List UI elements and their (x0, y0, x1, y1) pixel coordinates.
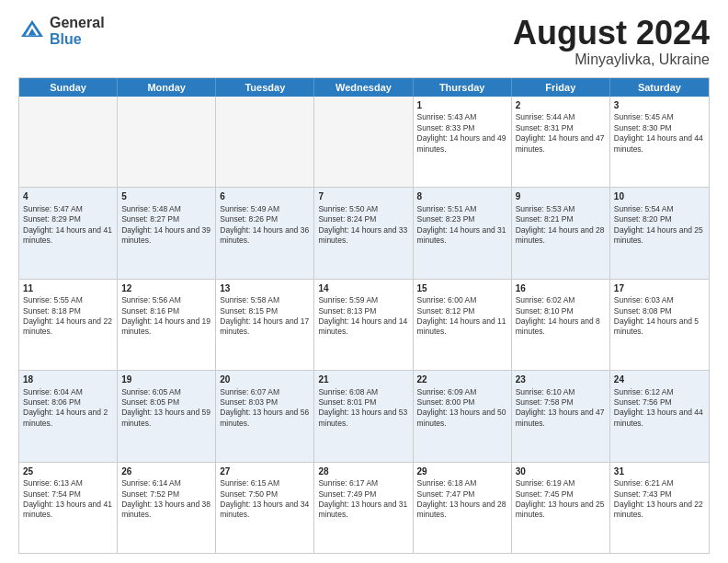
logo-general: General (50, 15, 105, 31)
sunrise-text: Sunrise: 6:15 AM (220, 478, 310, 488)
day-number: 2 (516, 99, 606, 112)
daylight-text: Daylight: 14 hours and 17 minutes. (220, 316, 310, 338)
sunset-text: Sunset: 7:56 PM (614, 397, 705, 408)
day-cell-5: 5Sunrise: 5:48 AMSunset: 8:27 PMDaylight… (118, 188, 216, 278)
title-block: August 2024 Minyaylivka, Ukraine (513, 15, 710, 68)
daylight-text: Daylight: 14 hours and 8 minutes. (516, 316, 606, 338)
daylight-text: Daylight: 14 hours and 25 minutes. (614, 225, 705, 247)
day-number: 6 (220, 190, 310, 203)
daylight-text: Daylight: 14 hours and 36 minutes. (220, 225, 310, 247)
sunrise-text: Sunrise: 6:04 AM (23, 387, 113, 397)
daylight-text: Daylight: 14 hours and 33 minutes. (318, 225, 408, 247)
day-number: 15 (417, 282, 507, 295)
sunset-text: Sunset: 8:31 PM (516, 123, 606, 133)
title-month: August 2024 (513, 15, 710, 52)
daylight-text: Daylight: 13 hours and 47 minutes. (516, 408, 606, 429)
sunset-text: Sunset: 7:58 PM (516, 397, 606, 408)
logo-text: General Blue (50, 15, 105, 47)
calendar-row-5: 25Sunrise: 6:13 AMSunset: 7:54 PMDayligh… (19, 462, 709, 553)
sunrise-text: Sunrise: 6:07 AM (220, 387, 310, 397)
sunrise-text: Sunrise: 5:55 AM (23, 295, 113, 305)
sunrise-text: Sunrise: 5:54 AM (614, 204, 705, 214)
calendar-header: SundayMondayTuesdayWednesdayThursdayFrid… (19, 78, 709, 97)
empty-cell (19, 97, 118, 187)
day-number: 11 (23, 282, 113, 295)
day-cell-16: 16Sunrise: 6:02 AMSunset: 8:10 PMDayligh… (512, 280, 610, 370)
sunset-text: Sunset: 8:30 PM (614, 123, 705, 133)
sunrise-text: Sunrise: 5:59 AM (318, 295, 408, 305)
day-number: 1 (417, 99, 507, 112)
sunset-text: Sunset: 8:24 PM (318, 214, 408, 224)
day-cell-8: 8Sunrise: 5:51 AMSunset: 8:23 PMDaylight… (414, 188, 512, 278)
day-number: 16 (516, 282, 606, 295)
day-number: 14 (318, 282, 408, 295)
day-header-thursday: Thursday (414, 78, 512, 97)
sunrise-text: Sunrise: 5:44 AM (516, 112, 606, 122)
sunset-text: Sunset: 7:50 PM (220, 489, 310, 500)
day-cell-28: 28Sunrise: 6:17 AMSunset: 7:49 PMDayligh… (314, 463, 413, 553)
title-location: Minyaylivka, Ukraine (513, 52, 710, 68)
page: General Blue August 2024 Minyaylivka, Uk… (0, 0, 728, 563)
daylight-text: Daylight: 13 hours and 28 minutes. (417, 500, 507, 521)
header: General Blue August 2024 Minyaylivka, Uk… (18, 15, 710, 68)
sunset-text: Sunset: 8:03 PM (220, 397, 310, 408)
sunset-text: Sunset: 8:33 PM (417, 123, 507, 133)
day-number: 28 (318, 465, 408, 478)
sunset-text: Sunset: 7:43 PM (614, 489, 705, 500)
day-number: 21 (318, 373, 408, 386)
logo-icon (18, 17, 46, 45)
empty-cell (118, 97, 216, 187)
sunset-text: Sunset: 8:15 PM (220, 306, 310, 316)
day-cell-19: 19Sunrise: 6:05 AMSunset: 8:05 PMDayligh… (118, 371, 216, 461)
daylight-text: Daylight: 14 hours and 47 minutes. (516, 133, 606, 155)
sunset-text: Sunset: 8:12 PM (417, 306, 507, 316)
daylight-text: Daylight: 14 hours and 41 minutes. (23, 225, 113, 247)
day-number: 24 (614, 373, 705, 386)
daylight-text: Daylight: 14 hours and 39 minutes. (121, 225, 211, 247)
sunset-text: Sunset: 8:29 PM (23, 214, 113, 224)
day-header-monday: Monday (118, 78, 216, 97)
sunrise-text: Sunrise: 6:13 AM (23, 478, 113, 488)
daylight-text: Daylight: 13 hours and 22 minutes. (614, 500, 705, 521)
day-cell-25: 25Sunrise: 6:13 AMSunset: 7:54 PMDayligh… (19, 463, 118, 553)
sunset-text: Sunset: 8:23 PM (417, 214, 507, 224)
daylight-text: Daylight: 13 hours and 44 minutes. (614, 408, 705, 429)
calendar-row-2: 4Sunrise: 5:47 AMSunset: 8:29 PMDaylight… (19, 187, 709, 278)
day-number: 22 (417, 373, 507, 386)
empty-cell (216, 97, 314, 187)
day-cell-13: 13Sunrise: 5:58 AMSunset: 8:15 PMDayligh… (216, 280, 314, 370)
day-number: 19 (121, 373, 211, 386)
daylight-text: Daylight: 13 hours and 31 minutes. (318, 500, 408, 521)
day-number: 8 (417, 190, 507, 203)
day-number: 5 (121, 190, 211, 203)
day-cell-1: 1Sunrise: 5:43 AMSunset: 8:33 PMDaylight… (414, 97, 512, 187)
daylight-text: Daylight: 14 hours and 19 minutes. (121, 316, 211, 338)
logo-blue: Blue (50, 31, 105, 48)
day-cell-9: 9Sunrise: 5:53 AMSunset: 8:21 PMDaylight… (512, 188, 610, 278)
day-cell-10: 10Sunrise: 5:54 AMSunset: 8:20 PMDayligh… (610, 188, 709, 278)
sunrise-text: Sunrise: 6:00 AM (417, 295, 507, 305)
sunrise-text: Sunrise: 5:48 AM (121, 204, 211, 214)
day-number: 29 (417, 465, 507, 478)
day-cell-11: 11Sunrise: 5:55 AMSunset: 8:18 PMDayligh… (19, 280, 118, 370)
logo: General Blue (18, 15, 105, 47)
sunrise-text: Sunrise: 6:14 AM (121, 478, 211, 488)
sunrise-text: Sunrise: 5:47 AM (23, 204, 113, 214)
sunset-text: Sunset: 8:05 PM (121, 397, 211, 408)
day-number: 9 (516, 190, 606, 203)
sunset-text: Sunset: 8:01 PM (318, 397, 408, 408)
day-header-saturday: Saturday (610, 78, 709, 97)
daylight-text: Daylight: 13 hours and 59 minutes. (121, 408, 211, 429)
sunset-text: Sunset: 8:10 PM (516, 306, 606, 316)
sunrise-text: Sunrise: 6:10 AM (516, 387, 606, 397)
day-number: 26 (121, 465, 211, 478)
day-cell-12: 12Sunrise: 5:56 AMSunset: 8:16 PMDayligh… (118, 280, 216, 370)
day-cell-29: 29Sunrise: 6:18 AMSunset: 7:47 PMDayligh… (414, 463, 512, 553)
sunset-text: Sunset: 8:13 PM (318, 306, 408, 316)
daylight-text: Daylight: 13 hours and 25 minutes. (516, 500, 606, 521)
day-cell-2: 2Sunrise: 5:44 AMSunset: 8:31 PMDaylight… (512, 97, 610, 187)
daylight-text: Daylight: 13 hours and 56 minutes. (220, 408, 310, 429)
daylight-text: Daylight: 14 hours and 31 minutes. (417, 225, 507, 247)
calendar-row-1: 1Sunrise: 5:43 AMSunset: 8:33 PMDaylight… (19, 97, 709, 187)
sunset-text: Sunset: 8:21 PM (516, 214, 606, 224)
